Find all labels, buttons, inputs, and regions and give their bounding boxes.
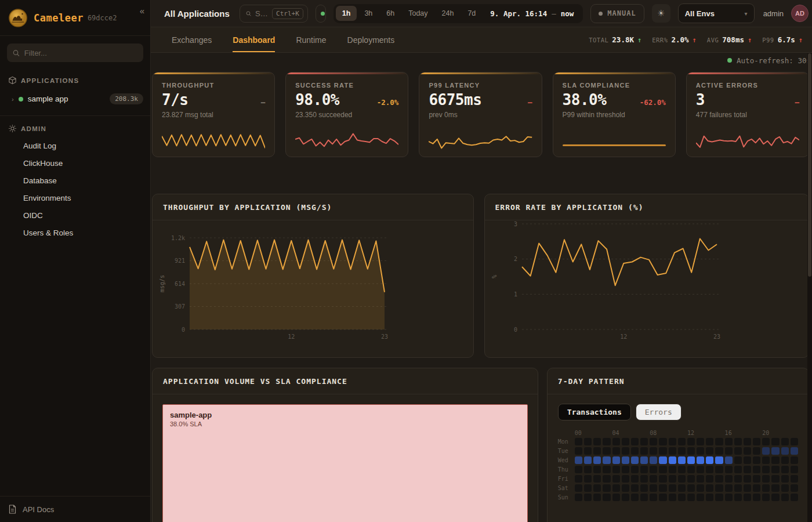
heatmap-cell[interactable] xyxy=(687,456,695,464)
heatmap-cell[interactable] xyxy=(584,475,592,483)
heatmap-cell[interactable] xyxy=(640,484,648,492)
heatmap-cell[interactable] xyxy=(603,438,610,445)
treemap-tile-sample-app[interactable]: sample-app 38.0% SLA xyxy=(162,404,528,522)
filter-input[interactable] xyxy=(24,49,137,57)
heatmap-cell[interactable] xyxy=(762,475,770,483)
heatmap-cell[interactable] xyxy=(622,456,629,464)
heatmap-cell[interactable] xyxy=(697,447,704,455)
heatmap-cell[interactable] xyxy=(669,494,676,501)
heatmap-cell[interactable] xyxy=(771,438,779,445)
manual-mode-button[interactable]: MANUAL xyxy=(590,4,644,23)
heatmap-cell[interactable] xyxy=(584,494,592,501)
heatmap-cell[interactable] xyxy=(659,494,666,501)
heatmap-cell[interactable] xyxy=(762,484,770,492)
heatmap-cell[interactable] xyxy=(650,447,657,455)
heatmap-cell[interactable] xyxy=(631,466,639,473)
time-range-1h[interactable]: 1h xyxy=(336,6,357,21)
heatmap-cell[interactable] xyxy=(706,456,713,464)
heatmap-cell[interactable] xyxy=(584,466,592,473)
heatmap-cell[interactable] xyxy=(791,484,798,492)
heatmap-cell[interactable] xyxy=(650,466,657,473)
kpi-card-success-rate[interactable]: SUCCESS RATE98.0%-2.0%23.350 succeeded xyxy=(285,72,408,157)
scrollbar-thumb[interactable] xyxy=(808,53,811,277)
heatmap-cell[interactable] xyxy=(697,466,704,473)
pattern-toggle-errors[interactable]: Errors xyxy=(636,404,682,420)
heatmap-cell[interactable] xyxy=(762,466,770,473)
heatmap-cell[interactable] xyxy=(659,438,666,445)
heatmap-cell[interactable] xyxy=(744,475,751,483)
heatmap-cell[interactable] xyxy=(575,466,582,473)
heatmap-cell[interactable] xyxy=(725,447,733,455)
heatmap-cell[interactable] xyxy=(734,438,742,445)
heatmap-cell[interactable] xyxy=(631,447,639,455)
time-range-today[interactable]: Today xyxy=(402,6,434,21)
heatmap-cell[interactable] xyxy=(791,466,798,473)
time-range-24h[interactable]: 24h xyxy=(436,6,461,21)
heatmap-cell[interactable] xyxy=(715,447,723,455)
heatmap-cell[interactable] xyxy=(706,438,713,445)
heatmap-cell[interactable] xyxy=(687,475,695,483)
heatmap-cell[interactable] xyxy=(640,447,648,455)
heatmap-cell[interactable] xyxy=(753,475,760,483)
tab-dashboard[interactable]: Dashboard xyxy=(233,27,275,52)
heatmap-cell[interactable] xyxy=(791,456,798,464)
heatmap-cell[interactable] xyxy=(622,475,629,483)
heatmap-cell[interactable] xyxy=(659,447,666,455)
heatmap-cell[interactable] xyxy=(575,475,582,483)
heatmap-cell[interactable] xyxy=(659,484,666,492)
heatmap-cell[interactable] xyxy=(715,438,723,445)
heatmap-cell[interactable] xyxy=(669,484,676,492)
heatmap-cell[interactable] xyxy=(612,456,620,464)
heatmap-cell[interactable] xyxy=(687,438,695,445)
kpi-card-p99-latency[interactable]: P99 LATENCY6675ms–prev 0ms xyxy=(419,72,542,157)
heatmap-cell[interactable] xyxy=(622,438,629,445)
search-input[interactable] xyxy=(255,9,268,18)
heatmap-cell[interactable] xyxy=(781,484,789,492)
heatmap-cell[interactable] xyxy=(781,456,789,464)
heatmap-cell[interactable] xyxy=(631,438,639,445)
heatmap-cell[interactable] xyxy=(678,456,686,464)
heatmap-cell[interactable] xyxy=(734,494,742,501)
user-avatar[interactable]: AD xyxy=(791,5,809,22)
heatmap-cell[interactable] xyxy=(612,466,620,473)
scrollbar[interactable] xyxy=(807,53,812,522)
heatmap-cell[interactable] xyxy=(678,466,686,473)
time-range-3h[interactable]: 3h xyxy=(358,6,379,21)
heatmap-cell[interactable] xyxy=(575,456,582,464)
heatmap-cell[interactable] xyxy=(744,456,751,464)
heatmap-cell[interactable] xyxy=(771,484,779,492)
heatmap-cell[interactable] xyxy=(725,494,733,501)
heatmap-cell[interactable] xyxy=(791,475,798,483)
heatmap-cell[interactable] xyxy=(631,484,639,492)
heatmap-cell[interactable] xyxy=(584,438,592,445)
heatmap-cell[interactable] xyxy=(575,438,582,445)
sidebar-item-oidc[interactable]: OIDC xyxy=(0,207,150,224)
time-range-7d[interactable]: 7d xyxy=(461,6,482,21)
heatmap-cell[interactable] xyxy=(669,447,676,455)
heatmap-cell[interactable] xyxy=(697,475,704,483)
heatmap-cell[interactable] xyxy=(687,447,695,455)
heatmap-cell[interactable] xyxy=(640,494,648,501)
sidebar-item-users-roles[interactable]: Users & Roles xyxy=(0,224,150,242)
heatmap-cell[interactable] xyxy=(659,456,666,464)
heatmap-cell[interactable] xyxy=(650,438,657,445)
heatmap-cell[interactable] xyxy=(612,438,620,445)
heatmap-cell[interactable] xyxy=(650,494,657,501)
heatmap-cell[interactable] xyxy=(706,475,713,483)
heatmap-cell[interactable] xyxy=(697,484,704,492)
heatmap-cell[interactable] xyxy=(725,456,733,464)
heatmap-cell[interactable] xyxy=(715,475,723,483)
tab-exchanges[interactable]: Exchanges xyxy=(172,27,212,52)
heatmap-cell[interactable] xyxy=(603,456,610,464)
heatmap-cell[interactable] xyxy=(603,447,610,455)
heatmap-cell[interactable] xyxy=(697,494,704,501)
heatmap-cell[interactable] xyxy=(791,447,798,455)
sidebar-filter[interactable] xyxy=(7,44,143,62)
heatmap-cell[interactable] xyxy=(725,438,733,445)
heatmap-cell[interactable] xyxy=(669,438,676,445)
chevron-right-icon[interactable]: › xyxy=(12,96,14,103)
heatmap-cell[interactable] xyxy=(593,466,601,473)
heatmap-cell[interactable] xyxy=(687,484,695,492)
heatmap-cell[interactable] xyxy=(622,494,629,501)
heatmap-cell[interactable] xyxy=(622,447,629,455)
